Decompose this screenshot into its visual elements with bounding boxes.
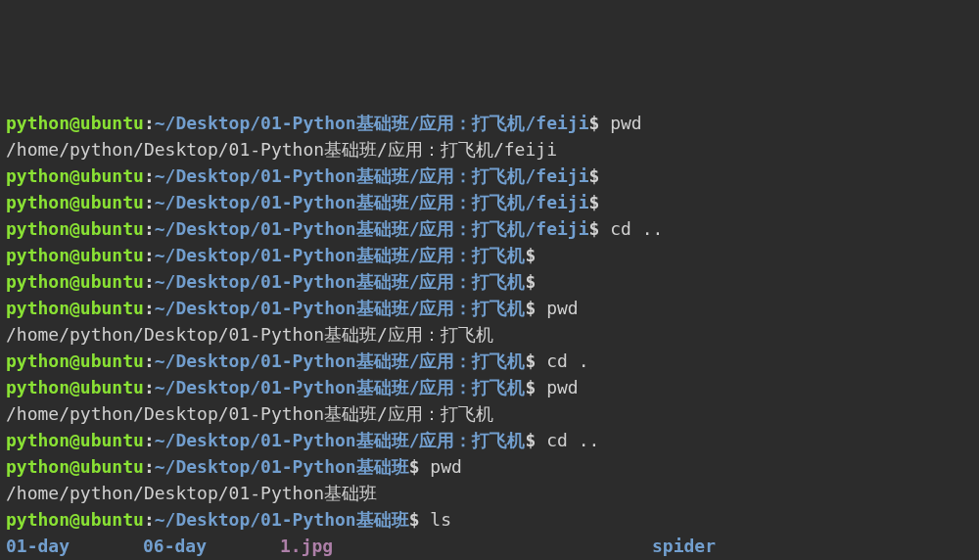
prompt-symbol: $ xyxy=(525,350,536,371)
terminal-line: python@ubuntu:~/Desktop/01-Python基础班/应用：… xyxy=(6,348,973,374)
output-text: /home/python/Desktop/01-Python基础班/应用：打飞机… xyxy=(6,139,557,160)
command-text[interactable]: pwd xyxy=(536,298,578,318)
prompt-path: ~/Desktop/01-Python基础班/应用：打飞机 xyxy=(155,350,526,371)
terminal-line: python@ubuntu:~/Desktop/01-Python基础班/应用：… xyxy=(6,163,973,189)
prompt-path: ~/Desktop/01-Python基础班/应用：打飞机/feiji xyxy=(155,218,589,239)
command-text[interactable]: pwd xyxy=(536,377,578,397)
prompt-user-host: python@ubuntu xyxy=(6,377,144,397)
output-text: /home/python/Desktop/01-Python基础班/应用：打飞机 xyxy=(6,324,493,345)
prompt-symbol: $ xyxy=(525,271,536,292)
terminal-line: /home/python/Desktop/01-Python基础班/应用：打飞机… xyxy=(6,136,973,163)
prompt-path: ~/Desktop/01-Python基础班/应用：打飞机 xyxy=(155,430,526,450)
prompt-path: ~/Desktop/01-Python基础班/应用：打飞机 xyxy=(155,271,526,292)
terminal-line: /home/python/Desktop/01-Python基础班/应用：打飞机 xyxy=(6,321,973,348)
terminal-line: python@ubuntu:~/Desktop/01-Python基础班/应用：… xyxy=(6,427,973,453)
prompt-user-host: python@ubuntu xyxy=(6,245,144,265)
prompt-symbol: $ xyxy=(589,165,600,186)
prompt-user-host: python@ubuntu xyxy=(6,218,144,239)
prompt-colon: : xyxy=(144,456,155,477)
terminal-line: python@ubuntu:~/Desktop/01-Python基础班/应用：… xyxy=(6,110,973,136)
terminal-output[interactable]: python@ubuntu:~/Desktop/01-Python基础班/应用：… xyxy=(6,110,973,560)
prompt-user-host: python@ubuntu xyxy=(6,350,144,371)
prompt-colon: : xyxy=(144,271,155,292)
prompt-symbol: $ xyxy=(525,298,536,318)
output-text: /home/python/Desktop/01-Python基础班 xyxy=(6,483,377,503)
prompt-colon: : xyxy=(144,430,155,450)
command-text[interactable]: ls xyxy=(419,509,451,530)
prompt-path: ~/Desktop/01-Python基础班 xyxy=(155,456,409,477)
terminal-line: python@ubuntu:~/Desktop/01-Python基础班/应用：… xyxy=(6,295,973,321)
prompt-symbol: $ xyxy=(525,377,536,397)
ls-item: spider xyxy=(652,533,973,559)
terminal-line: /home/python/Desktop/01-Python基础班 xyxy=(6,480,973,506)
prompt-symbol: $ xyxy=(589,218,600,239)
prompt-path: ~/Desktop/01-Python基础班/应用：打飞机/feiji xyxy=(155,192,589,212)
command-text[interactable]: cd .. xyxy=(599,218,663,239)
terminal-line: python@ubuntu:~/Desktop/01-Python基础班/应用：… xyxy=(6,242,973,268)
prompt-colon: : xyxy=(144,245,155,265)
prompt-path: ~/Desktop/01-Python基础班/应用：打飞机/feiji xyxy=(155,113,589,133)
prompt-user-host: python@ubuntu xyxy=(6,271,144,292)
prompt-user-host: python@ubuntu xyxy=(6,192,144,212)
prompt-symbol: $ xyxy=(409,456,420,477)
prompt-symbol: $ xyxy=(525,430,536,450)
ls-row: 01-day06-day1.jpgspider xyxy=(6,533,973,559)
terminal-line: python@ubuntu:~/Desktop/01-Python基础班$ pw… xyxy=(6,453,973,480)
command-text[interactable]: pwd xyxy=(599,113,641,133)
output-text: /home/python/Desktop/01-Python基础班/应用：打飞机 xyxy=(6,403,493,424)
terminal-line: python@ubuntu:~/Desktop/01-Python基础班/应用：… xyxy=(6,268,973,295)
prompt-symbol: $ xyxy=(589,192,600,212)
prompt-user-host: python@ubuntu xyxy=(6,456,144,477)
prompt-user-host: python@ubuntu xyxy=(6,298,144,318)
prompt-colon: : xyxy=(144,192,155,212)
prompt-colon: : xyxy=(144,350,155,371)
terminal-line: python@ubuntu:~/Desktop/01-Python基础班/应用：… xyxy=(6,215,973,242)
prompt-user-host: python@ubuntu xyxy=(6,430,144,450)
prompt-colon: : xyxy=(144,509,155,530)
command-text[interactable]: pwd xyxy=(419,456,461,477)
prompt-colon: : xyxy=(144,218,155,239)
terminal-line: python@ubuntu:~/Desktop/01-Python基础班/应用：… xyxy=(6,374,973,400)
ls-item: 01-day xyxy=(6,533,143,559)
prompt-colon: : xyxy=(144,298,155,318)
prompt-path: ~/Desktop/01-Python基础班/应用：打飞机/feiji xyxy=(155,165,589,186)
prompt-colon: : xyxy=(144,113,155,133)
prompt-symbol: $ xyxy=(525,245,536,265)
prompt-path: ~/Desktop/01-Python基础班/应用：打飞机 xyxy=(155,245,526,265)
prompt-user-host: python@ubuntu xyxy=(6,165,144,186)
ls-item: 06-day xyxy=(143,533,280,559)
ls-item: 1.jpg xyxy=(280,533,652,559)
prompt-symbol: $ xyxy=(409,509,420,530)
command-text[interactable]: cd .. xyxy=(536,430,599,450)
prompt-path: ~/Desktop/01-Python基础班/应用：打飞机 xyxy=(155,298,526,318)
prompt-path: ~/Desktop/01-Python基础班/应用：打飞机 xyxy=(155,377,526,397)
prompt-symbol: $ xyxy=(589,113,600,133)
terminal-line: python@ubuntu:~/Desktop/01-Python基础班/应用：… xyxy=(6,189,973,215)
command-text[interactable]: cd . xyxy=(536,350,588,371)
prompt-path: ~/Desktop/01-Python基础班 xyxy=(155,509,409,530)
terminal-line: python@ubuntu:~/Desktop/01-Python基础班$ ls xyxy=(6,506,973,533)
prompt-user-host: python@ubuntu xyxy=(6,509,144,530)
prompt-colon: : xyxy=(144,165,155,186)
prompt-user-host: python@ubuntu xyxy=(6,113,144,133)
terminal-line: /home/python/Desktop/01-Python基础班/应用：打飞机 xyxy=(6,400,973,427)
prompt-colon: : xyxy=(144,377,155,397)
